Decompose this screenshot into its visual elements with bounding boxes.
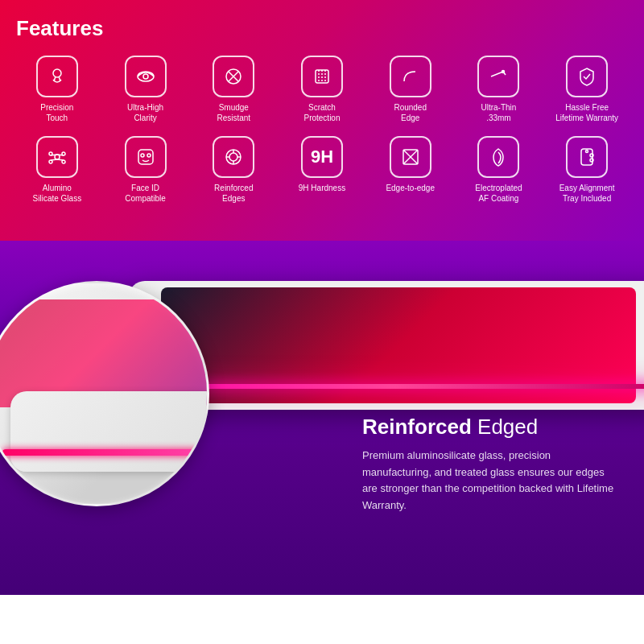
feature-edge-to-edge: Edge-to-edge xyxy=(369,136,452,204)
warranty-label: Hassle FreeLifetime Warranty xyxy=(555,102,618,123)
reinforced-normal: Edged xyxy=(472,415,538,439)
scratch-icon xyxy=(301,56,343,97)
feature-warranty: Hassle FreeLifetime Warranty xyxy=(546,56,628,123)
ultrathin-icon xyxy=(477,56,519,97)
feature-smudge: SmudgeResistant xyxy=(192,56,275,123)
feature-9h: 9H 9H Hardness xyxy=(281,136,363,204)
feature-ultrathin: Ultra-Thin.33mm xyxy=(458,56,540,123)
ultra-clarity-label: Ultra-HighClarity xyxy=(127,102,163,123)
svg-point-15 xyxy=(49,160,52,163)
features-row-2: AluminoSilicate Glass Face IDCompatible … xyxy=(16,136,628,204)
reinforced-title: Reinforced Edged xyxy=(362,415,620,440)
electroplated-label: ElectroplatedAF Coating xyxy=(475,183,522,204)
svg-point-0 xyxy=(53,69,61,77)
feature-alignment: Easy AlignmentTray Included xyxy=(546,136,628,204)
features-row-1: PrecisionTouch Ultra-HighClarity SmudgeR… xyxy=(16,56,628,123)
feature-precision-touch: PrecisionTouch xyxy=(16,56,98,123)
feature-reinforced: ReinforcedEdges xyxy=(192,136,275,204)
ultra-clarity-icon xyxy=(125,56,167,97)
svg-point-22 xyxy=(141,154,144,157)
faceid-icon xyxy=(125,136,167,178)
alumino-icon xyxy=(36,136,78,178)
page-container: Features PrecisionTouch Ultra-HighClarit… xyxy=(0,0,644,595)
svg-point-32 xyxy=(590,159,593,162)
rounded-icon xyxy=(390,56,431,97)
reinforced-label: ReinforcedEdges xyxy=(214,183,253,204)
smudge-label: SmudgeResistant xyxy=(217,102,250,123)
9h-label: 9H Hardness xyxy=(299,183,345,193)
svg-point-11 xyxy=(502,71,505,73)
alignment-icon xyxy=(566,136,608,178)
warranty-icon xyxy=(566,56,608,97)
precision-touch-icon xyxy=(36,56,78,97)
smudge-icon xyxy=(213,56,254,97)
svg-point-16 xyxy=(62,160,65,163)
svg-point-31 xyxy=(590,154,593,157)
alignment-label: Easy AlignmentTray Included xyxy=(559,183,615,204)
feature-faceid: Face IDCompatible xyxy=(105,136,187,204)
feature-alumino: AluminoSilicate Glass xyxy=(16,136,98,204)
faceid-label: Face IDCompatible xyxy=(125,183,166,204)
rounded-label: RoundedEdge xyxy=(394,102,427,123)
svg-point-30 xyxy=(586,151,588,153)
features-section: Features PrecisionTouch Ultra-HighClarit… xyxy=(0,0,644,241)
edge-to-edge-icon xyxy=(390,136,431,178)
reinforced-description: Premium aluminosilicate glass, precision… xyxy=(362,448,620,514)
feature-rounded: RoundedEdge xyxy=(369,56,452,123)
reinforced-icon xyxy=(213,136,254,178)
svg-point-2 xyxy=(143,74,148,79)
svg-line-18 xyxy=(57,155,64,155)
svg-point-25 xyxy=(229,153,237,161)
9h-icon: 9H xyxy=(301,136,343,178)
svg-rect-21 xyxy=(138,150,153,164)
circle-device-edge xyxy=(10,391,207,472)
svg-line-20 xyxy=(57,159,64,160)
9h-text: 9H xyxy=(311,147,333,167)
feature-electroplated: ElectroplatedAF Coating xyxy=(458,136,540,204)
precision-touch-label: PrecisionTouch xyxy=(40,102,73,123)
svg-line-19 xyxy=(51,159,57,160)
svg-line-17 xyxy=(51,155,57,155)
svg-point-1 xyxy=(138,72,154,81)
electroplated-icon xyxy=(477,136,519,178)
circle-magnify xyxy=(0,281,209,506)
reinforced-text-block: Reinforced Edged Premium aluminosilicate… xyxy=(362,415,620,514)
scratch-label: ScratchProtection xyxy=(303,102,340,123)
edge-to-edge-label: Edge-to-edge xyxy=(386,183,435,193)
features-title: Features xyxy=(16,16,628,41)
ultrathin-label: Ultra-Thin.33mm xyxy=(481,102,516,123)
circle-edge-glow xyxy=(2,449,207,456)
feature-scratch: ScratchProtection xyxy=(281,56,363,123)
reinforced-bold: Reinforced xyxy=(362,415,472,439)
reinforced-section: Reinforced Edged Premium aluminosilicate… xyxy=(0,241,644,595)
svg-point-23 xyxy=(147,154,151,157)
alumino-label: AluminoSilicate Glass xyxy=(33,183,82,204)
feature-ultra-clarity: Ultra-HighClarity xyxy=(105,56,187,123)
